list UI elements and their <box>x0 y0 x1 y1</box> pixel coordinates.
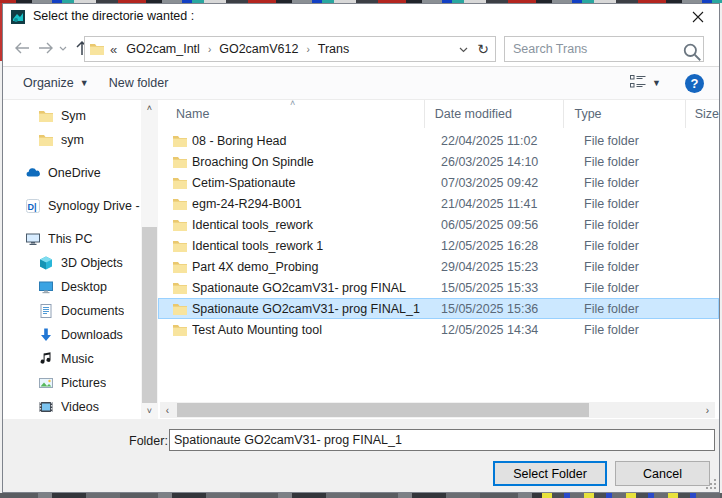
scrollbar-thumb[interactable] <box>177 403 589 417</box>
file-name: 08 - Boring Head <box>192 134 431 148</box>
scroll-down-icon[interactable]: ˅︎ <box>141 403 158 419</box>
breadcrumb-separator-icon[interactable]: › <box>306 44 309 55</box>
file-name: Spationaute GO2camV31- prog FINAL <box>192 281 431 295</box>
refresh-icon[interactable]: ↻ <box>471 36 496 62</box>
sidebar-item-desktop[interactable]: Desktop <box>3 275 141 299</box>
sidebar-item-this-pc[interactable]: This PC <box>3 227 141 251</box>
folder-icon <box>172 259 188 275</box>
desktop-icon <box>38 279 54 295</box>
scrollbar-track[interactable] <box>175 402 700 418</box>
title-bar[interactable]: Select the directorie wanted : <box>3 4 719 30</box>
file-row-test-auto-mounting-tool[interactable]: Test Auto Mounting tool12/05/2025 14:34F… <box>158 319 719 340</box>
sidebar-item-3d-objects[interactable]: 3D Objects <box>3 251 141 275</box>
file-rows: 08 - Boring Head22/04/2025 11:02File fol… <box>158 130 719 340</box>
list-header: NameDate modifiedTypeSize <box>158 100 719 128</box>
dialog-content: SymsymOneDriveD|Synology Drive - CThis P… <box>3 100 719 419</box>
file-date-modified: 07/03/2025 09:42 <box>431 176 574 190</box>
file-row-egm-24-r294-b001[interactable]: egm-24-R294-B00121/04/2025 11:41File fol… <box>158 193 719 214</box>
sidebar-item-label: OneDrive <box>48 166 101 180</box>
folder-icon <box>172 196 188 212</box>
sidebar-item-label: Downloads <box>61 328 123 342</box>
list-horizontal-scrollbar[interactable]: ‹ › <box>160 402 715 418</box>
file-row-spationaute-go2camv31-prog-final[interactable]: Spationaute GO2camV31- prog FINAL15/05/2… <box>158 277 719 298</box>
search-icon[interactable] <box>681 41 703 57</box>
folder-icon <box>172 175 188 191</box>
breadcrumb-segment-trans[interactable]: Trans <box>318 42 350 56</box>
navigation-pane: SymsymOneDriveD|Synology Drive - CThis P… <box>3 100 141 419</box>
sidebar-item-label: This PC <box>48 232 92 246</box>
breadcrumb: GO2cam_Intl›GO2camV612›Trans <box>124 42 454 56</box>
pictures-icon <box>38 375 54 391</box>
back-icon[interactable] <box>11 38 33 58</box>
sort-ascending-icon[interactable]: ˄︎ <box>290 100 295 108</box>
breadcrumb-segment-go2camv612[interactable]: GO2camV612 <box>219 42 298 56</box>
file-name: Broaching On Spindle <box>192 155 431 169</box>
sidebar-item-music[interactable]: Music <box>3 347 141 371</box>
sidebar-item-synology-drive-c[interactable]: D|Synology Drive - C <box>3 194 141 218</box>
select-folder-button[interactable]: Select Folder <box>493 461 607 486</box>
sidebar-item-sym[interactable]: sym <box>3 128 141 152</box>
screen: Select the directorie wanted : <box>0 0 722 498</box>
file-row-identical-tools-rework[interactable]: Identical tools_rework06/05/2025 09:56Fi… <box>158 214 719 235</box>
objects3d-icon <box>38 255 54 271</box>
recent-locations-chevron-icon[interactable] <box>57 38 69 58</box>
column-header-date-modified[interactable]: Date modified <box>425 100 565 128</box>
onedrive-icon <box>25 165 41 181</box>
scroll-right-icon[interactable]: › <box>700 405 715 416</box>
sidebar-scrollbar[interactable]: ˄︎ ˅︎ <box>141 100 158 419</box>
folder-icon <box>89 41 105 57</box>
sidebar-item-label: 3D Objects <box>61 256 123 270</box>
file-row-broaching-on-spindle[interactable]: Broaching On Spindle26/03/2025 14:10File… <box>158 151 719 172</box>
pc-icon <box>25 231 41 247</box>
folder-name-input[interactable] <box>169 429 715 451</box>
file-row-identical-tools-rework-1[interactable]: Identical tools_rework 112/05/2025 16:28… <box>158 235 719 256</box>
file-date-modified: 29/04/2025 15:23 <box>431 260 574 274</box>
help-button[interactable]: ? <box>685 74 704 93</box>
resize-grip-icon[interactable] <box>706 479 717 490</box>
details-view-icon <box>629 74 647 92</box>
file-row-cetim-spationaute[interactable]: Cetim-Spationaute07/03/2025 09:42File fo… <box>158 172 719 193</box>
folder-icon <box>172 301 188 317</box>
chevron-down-icon: ▼ <box>80 78 89 88</box>
dialog-footer: Folder: Select Folder Cancel <box>3 419 719 492</box>
navigation-bar: « GO2cam_Intl›GO2camV612›Trans ↻ <box>3 30 719 66</box>
search-input[interactable] <box>505 42 681 56</box>
folder-icon <box>38 132 54 148</box>
new-folder-button[interactable]: New folder <box>99 67 179 99</box>
scroll-left-icon[interactable]: ‹ <box>160 405 175 416</box>
sidebar-item-onedrive[interactable]: OneDrive <box>3 161 141 185</box>
change-view-button[interactable]: ▼ <box>623 74 667 92</box>
file-row-part-4x-demo-probing[interactable]: Part 4X demo_Probing29/04/2025 15:23File… <box>158 256 719 277</box>
address-dropdown-chevron-icon[interactable] <box>454 44 472 55</box>
file-row-08-boring-head[interactable]: 08 - Boring Head22/04/2025 11:02File fol… <box>158 130 719 151</box>
breadcrumb-separator-icon[interactable]: › <box>208 44 211 55</box>
cancel-button[interactable]: Cancel <box>615 461 710 486</box>
synology-icon: D| <box>25 198 41 214</box>
sidebar-item-label: Music <box>61 352 94 366</box>
forward-icon[interactable] <box>35 38 57 58</box>
file-date-modified: 12/05/2025 16:28 <box>431 239 574 253</box>
music-icon <box>38 351 54 367</box>
close-icon[interactable] <box>683 5 713 29</box>
sidebar-item-downloads[interactable]: Downloads <box>3 323 141 347</box>
scrollbar-thumb[interactable] <box>142 227 157 403</box>
file-row-spationaute-go2camv31-prog-final-1[interactable]: Spationaute GO2camV31- prog FINAL_115/05… <box>158 298 719 319</box>
file-date-modified: 06/05/2025 09:56 <box>431 218 574 232</box>
sidebar-item-videos[interactable]: Videos <box>3 395 141 419</box>
breadcrumb-overflow-icon[interactable]: « <box>110 42 117 57</box>
file-date-modified: 26/03/2025 14:10 <box>431 155 574 169</box>
sidebar-item-label: Sym <box>61 109 86 123</box>
folder-icon <box>172 322 188 338</box>
app-icon <box>10 9 26 25</box>
sidebar-item-sym[interactable]: Sym <box>3 104 141 128</box>
sidebar-item-documents[interactable]: Documents <box>3 299 141 323</box>
downloads-icon <box>38 327 54 343</box>
column-header-type[interactable]: Type <box>564 100 685 128</box>
file-name: Spationaute GO2camV31- prog FINAL_1 <box>192 302 431 316</box>
address-bar[interactable]: « GO2cam_Intl›GO2camV612›Trans <box>84 36 473 62</box>
scroll-up-icon[interactable]: ˄︎ <box>141 100 158 116</box>
breadcrumb-segment-go2cam-intl[interactable]: GO2cam_Intl <box>126 42 200 56</box>
organize-button[interactable]: Organize ▼ <box>13 67 99 99</box>
sidebar-item-pictures[interactable]: Pictures <box>3 371 141 395</box>
column-header-size[interactable]: Size <box>686 100 719 128</box>
